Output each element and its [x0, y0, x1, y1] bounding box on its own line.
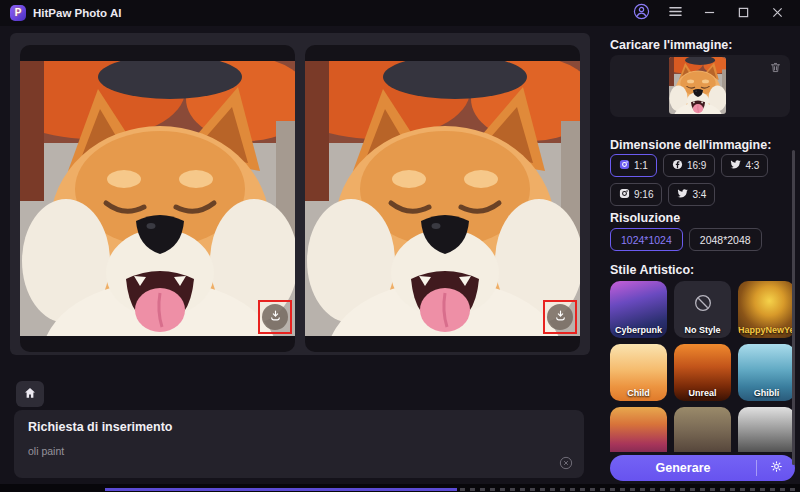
aspect-ratio-options: 1:1 16:9 4:3 9:16 3:4	[610, 154, 796, 206]
circle-slash-icon	[692, 292, 714, 318]
style-tile-cyberpunk[interactable]: Cyberpunk	[610, 281, 667, 338]
aspect-label: 9:16	[634, 189, 653, 200]
background-window-accent	[105, 488, 457, 491]
download-highlight-annotation-1	[258, 300, 292, 334]
clear-prompt-button[interactable]	[557, 455, 574, 472]
gear-icon	[769, 459, 784, 477]
download-icon	[268, 308, 283, 326]
account-button[interactable]	[624, 0, 658, 26]
hamburger-icon	[668, 4, 683, 22]
trash-icon	[769, 62, 782, 77]
menu-button[interactable]	[658, 0, 692, 26]
minimize-icon	[704, 4, 715, 22]
maximize-button[interactable]	[726, 0, 760, 26]
instagram-icon	[619, 188, 630, 201]
resolution-section-title: Risoluzione	[610, 211, 680, 225]
aspect-option-3-4[interactable]: 3:4	[668, 183, 715, 206]
download-highlight-annotation-2	[543, 300, 577, 334]
person-circle-icon	[633, 3, 650, 24]
hitpaw-logo-icon: P	[10, 5, 26, 21]
prompt-panel: Richiesta di inserimento oli paint	[14, 410, 584, 478]
home-button[interactable]	[16, 381, 44, 407]
aspect-option-9-16[interactable]: 9:16	[610, 183, 662, 206]
resolution-option-1024[interactable]: 1024*1024	[610, 228, 683, 251]
style-tile-label: HappyNewYear	[738, 325, 795, 335]
aspect-label: 16:9	[687, 160, 706, 171]
style-tile-label: Unreal	[674, 388, 731, 398]
style-tile-label: Child	[610, 388, 667, 398]
maximize-icon	[738, 4, 749, 22]
aspect-label: 1:1	[634, 160, 648, 171]
download-icon	[553, 308, 568, 326]
facebook-icon	[672, 159, 683, 172]
result-image-card-1	[20, 45, 295, 352]
instagram-icon	[619, 159, 630, 172]
style-section-title: Stile Artistico:	[610, 263, 694, 277]
style-tile-label: Ghibli	[738, 388, 795, 398]
result-image-card-2	[305, 45, 580, 352]
sidebar-scrollbar[interactable]	[792, 150, 795, 465]
close-icon	[772, 4, 783, 22]
style-tile-no-style[interactable]: No Style	[674, 281, 731, 338]
twitter-icon	[677, 188, 688, 201]
prompt-title: Richiesta di inserimento	[28, 420, 172, 434]
aspect-label: 3:4	[692, 189, 706, 200]
style-tile-unreal[interactable]: Unreal	[674, 344, 731, 401]
delete-image-button[interactable]	[768, 61, 782, 75]
style-tile-label: No Style	[674, 325, 731, 335]
style-tile-child[interactable]: Child	[610, 344, 667, 401]
generate-label: Generare	[610, 461, 756, 475]
download-button-2[interactable]	[547, 304, 573, 330]
resolution-options: 1024*1024 2048*2048	[610, 228, 796, 251]
prompt-input[interactable]: oli paint	[28, 445, 544, 457]
title-bar: P HitPaw Photo AI	[0, 0, 800, 26]
generate-settings-button[interactable]	[757, 459, 795, 477]
twitter-icon	[730, 159, 741, 172]
artistic-style-grid: Cyberpunk No Style HappyNewYear Child Un…	[610, 281, 796, 464]
upload-section-title: Caricare l'immagine:	[610, 38, 732, 52]
style-tile-label: Cyberpunk	[610, 325, 667, 335]
aspect-label: 4:3	[745, 160, 759, 171]
download-button-1[interactable]	[262, 304, 288, 330]
result-image-1	[20, 61, 295, 336]
circle-x-icon	[558, 459, 574, 474]
home-icon	[23, 386, 37, 403]
uploaded-image-thumbnail	[669, 57, 726, 114]
close-button[interactable]	[760, 0, 794, 26]
result-image-2	[305, 61, 580, 336]
preview-workspace	[10, 33, 590, 355]
style-tile-ghibli[interactable]: Ghibli	[738, 344, 795, 401]
background-window-dashes	[460, 488, 796, 491]
resolution-option-2048[interactable]: 2048*2048	[689, 228, 762, 251]
minimize-button[interactable]	[692, 0, 726, 26]
style-tile-happynewyear[interactable]: HappyNewYear	[738, 281, 795, 338]
aspect-option-1-1[interactable]: 1:1	[610, 154, 657, 177]
dimension-section-title: Dimensione dell'immagine:	[610, 138, 771, 152]
aspect-option-4-3[interactable]: 4:3	[721, 154, 768, 177]
aspect-option-16-9[interactable]: 16:9	[663, 154, 715, 177]
app-title: HitPaw Photo AI	[33, 7, 121, 19]
generate-button[interactable]: Generare	[610, 455, 795, 481]
uploaded-image-panel	[610, 55, 790, 117]
